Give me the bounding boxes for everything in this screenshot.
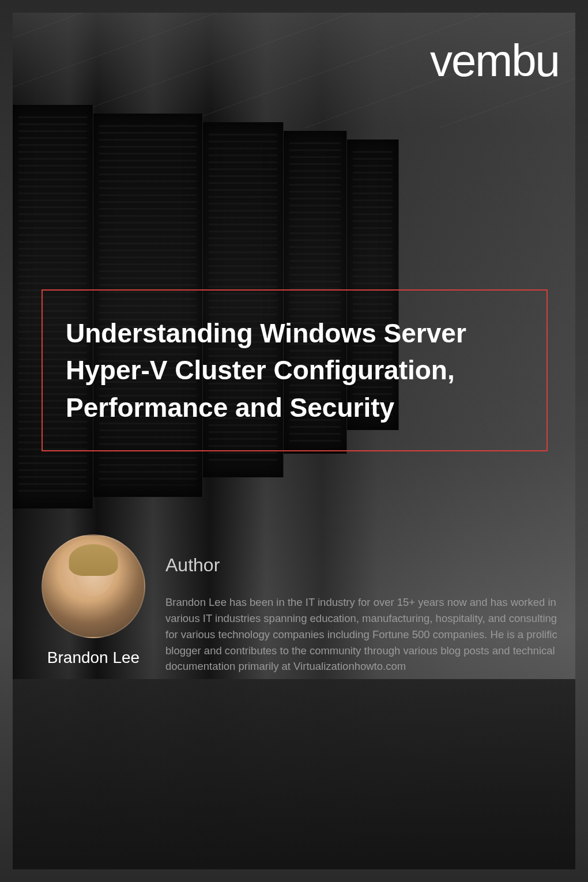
brand-logo: vembu	[430, 35, 559, 87]
author-right-column: Author Brandon Lee has been in the IT in…	[165, 534, 559, 674]
author-left-column: Brandon Lee	[42, 534, 145, 667]
bottom-overlay	[13, 679, 575, 869]
author-label: Author	[165, 555, 559, 576]
author-name: Brandon Lee	[47, 649, 140, 667]
author-photo	[42, 534, 145, 638]
document-cover-page: vembu Understanding Windows Server Hyper…	[0, 0, 588, 882]
document-title: Understanding Windows Server Hyper-V Clu…	[66, 315, 523, 426]
author-section: Brandon Lee Author Brandon Lee has been …	[42, 534, 559, 674]
author-bio: Brandon Lee has been in the IT industry …	[165, 594, 559, 674]
document-title-box: Understanding Windows Server Hyper-V Clu…	[42, 289, 548, 451]
